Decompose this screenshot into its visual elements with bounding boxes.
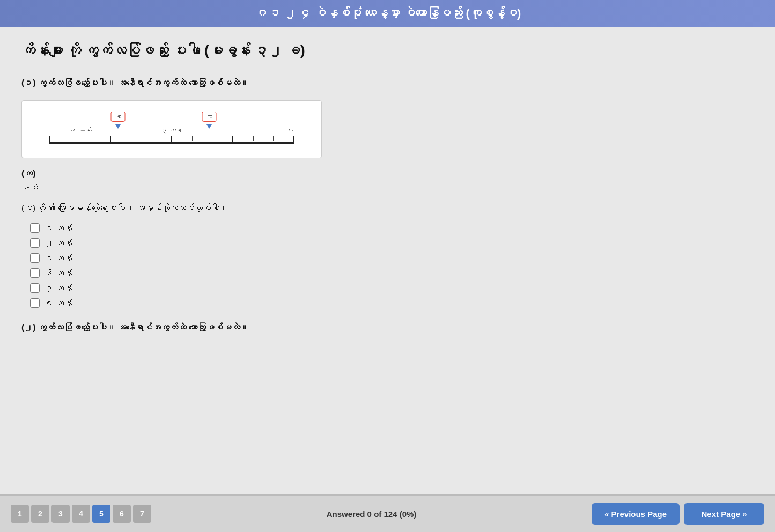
tick: [212, 136, 212, 141]
sub-ka-label: (က): [21, 169, 754, 179]
checkbox-label-2: ၂ သန်း: [45, 239, 72, 248]
page-btn-6[interactable]: 6: [113, 505, 131, 523]
checkbox-5[interactable]: [30, 283, 40, 293]
nl-label-mid: ၃ သန်း: [160, 126, 183, 134]
tick: [110, 136, 111, 144]
page-title: ကိန်းများ ကို ကွက်လပ်ဖြည့် ပေးပါ (မေးခွန…: [21, 40, 754, 61]
tick: [273, 136, 274, 141]
footer-bar: 1 2 3 4 5 6 7 Answered 0 of 124 (0%) « P…: [0, 494, 775, 532]
tick: [131, 136, 131, 141]
prev-page-button[interactable]: « Previous Page: [592, 503, 680, 525]
next-page-button[interactable]: Next Page »: [684, 503, 764, 525]
section2-heading: (၂) ကွက်လပ်ဖြည့်ပေးပါ။ အနီရောင်အကွက်ထဲ ဘ…: [21, 321, 754, 335]
checkbox-label-3: ၃ သန်း: [45, 254, 72, 263]
section1-heading: (၁) ကွက်လပ်ဖြည့်ပေးပါ။ အနီရောင်အကွက်ထဲ ဘ…: [21, 76, 754, 90]
checkbox-2[interactable]: [30, 238, 40, 248]
page-btn-1[interactable]: 1: [11, 505, 29, 523]
nl-label-right: ၀: [287, 126, 294, 134]
answered-status: Answered 0 of 124 (0%): [151, 509, 592, 519]
checkbox-item-5[interactable]: ၇ သန်း: [30, 283, 754, 293]
marker-a-box: ခ: [111, 112, 126, 122]
checkbox-label-4: ၆ သန်း: [45, 269, 72, 278]
checkbox-item-2[interactable]: ၂ သန်း: [30, 238, 754, 248]
checkbox-label-5: ၇ သန်း: [45, 284, 72, 293]
checkbox-6[interactable]: [30, 298, 40, 308]
tick: [232, 136, 233, 144]
tick: [171, 136, 172, 144]
page-btn-5[interactable]: 5: [92, 505, 110, 523]
marker-b-box: က: [202, 112, 216, 122]
sub-ka-text: နင်: [21, 181, 754, 195]
checkbox-1[interactable]: [30, 223, 40, 233]
page-btn-3[interactable]: 3: [51, 505, 70, 523]
tick: [253, 136, 254, 141]
tick: [90, 136, 90, 141]
checkbox-group: ၁ သန်း ၂ သန်း ၃ သန်း ၆ သန်း ၇ သန်း ၈ သန်…: [30, 223, 754, 308]
checkbox-item-3[interactable]: ၃ သန်း: [30, 253, 754, 263]
tick: [151, 136, 151, 141]
page-btn-2[interactable]: 2: [31, 505, 49, 523]
nl-label-left: ၁ သန်း: [69, 126, 92, 134]
checkbox-3[interactable]: [30, 253, 40, 263]
tick: [49, 136, 50, 144]
question-text: (ခ) တို့ ၏ အဖြေမှန်ကိုရွေးပေးပါ။ အမှန်ကိ…: [21, 201, 754, 215]
arrow-a: [115, 124, 121, 129]
checkbox-item-1[interactable]: ၁ သန်း: [30, 223, 754, 233]
page-btn-4[interactable]: 4: [72, 505, 90, 523]
page-numbers: 1 2 3 4 5 6 7: [11, 505, 151, 523]
tick: [70, 136, 70, 141]
checkbox-label-1: ၁ သန်း: [45, 224, 72, 233]
tick: [293, 136, 294, 144]
checkbox-label-6: ၈ သန်း: [45, 299, 72, 308]
arrow-b: [206, 124, 212, 129]
top-banner: ဂ ၁ ၂ ၄ ဝဲနှစ်ပုံ ယနေ့မှာ ဝဲကာနေပြည်း (က…: [0, 0, 775, 27]
tick: [192, 136, 193, 141]
checkbox-4[interactable]: [30, 268, 40, 278]
sub-ka: (က) နင်: [21, 169, 754, 195]
section1: (၁) ကွက်လပ်ဖြည့်ပေးပါ။ အနီရောင်အကွက်ထဲ ဘ…: [21, 76, 754, 335]
page-btn-7[interactable]: 7: [133, 505, 151, 523]
number-line-container: ခ က ၁ သန်း ၃ သန်း ၀: [21, 100, 322, 158]
checkbox-item-4[interactable]: ၆ သန်း: [30, 268, 754, 278]
nav-buttons: « Previous Page Next Page »: [592, 503, 764, 525]
checkbox-item-6[interactable]: ၈ သန်း: [30, 298, 754, 308]
